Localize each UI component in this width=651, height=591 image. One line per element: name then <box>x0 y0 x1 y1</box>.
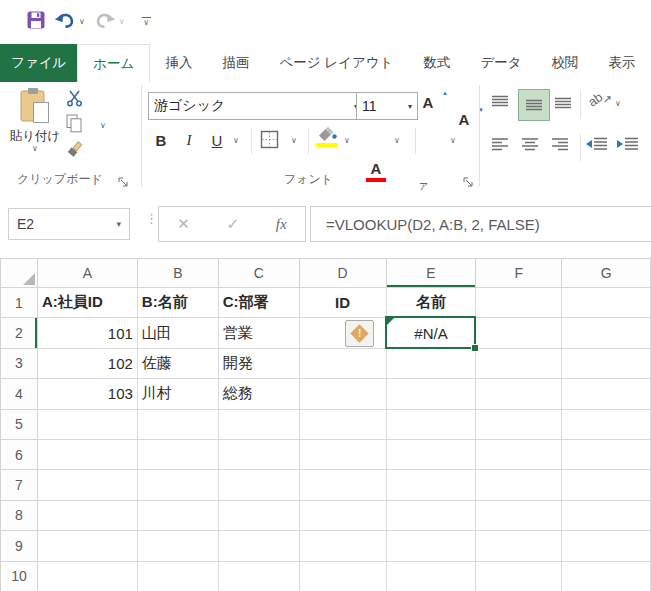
copy-dropdown-icon[interactable]: ∨ <box>100 122 106 130</box>
cell-E9[interactable] <box>386 531 476 561</box>
align-center-icon[interactable] <box>521 137 539 151</box>
cell-F9[interactable] <box>476 531 562 561</box>
cell-G3[interactable] <box>562 348 651 378</box>
borders-dropdown-icon[interactable]: ∨ <box>291 137 297 145</box>
cell-E7[interactable] <box>386 470 476 500</box>
cell-A9[interactable] <box>37 531 137 561</box>
tab-insert[interactable]: 挿入 <box>150 44 207 82</box>
cell-C6[interactable] <box>218 439 299 469</box>
align-right-icon[interactable] <box>551 137 569 151</box>
cell-E4[interactable] <box>386 379 476 409</box>
decrease-font-size-button[interactable]: A▼ <box>452 111 476 128</box>
cell-A6[interactable] <box>37 439 137 469</box>
cell-D2[interactable]: ! <box>299 318 386 348</box>
tab-data[interactable]: データ <box>465 44 536 82</box>
cell-C10[interactable] <box>218 561 299 591</box>
cell-F1[interactable] <box>476 288 562 318</box>
cell-B10[interactable] <box>137 561 218 591</box>
align-left-icon[interactable] <box>491 137 509 151</box>
orientation-dropdown-icon[interactable]: ∨ <box>615 100 621 108</box>
cell-A1[interactable]: A:社員ID <box>37 288 137 318</box>
column-header-B[interactable]: B <box>137 259 218 288</box>
cell-F10[interactable] <box>476 561 562 591</box>
cell-F5[interactable] <box>476 409 562 439</box>
tab-file[interactable]: ファイル <box>0 44 77 82</box>
row-header-3[interactable]: 3 <box>1 348 38 378</box>
cell-F7[interactable] <box>476 470 562 500</box>
italic-button[interactable]: I <box>180 128 198 152</box>
row-header-9[interactable]: 9 <box>1 531 38 561</box>
increase-indent-icon[interactable] <box>617 137 639 151</box>
cell-A2[interactable]: 101 <box>37 318 137 348</box>
row-header-1[interactable]: 1 <box>1 288 38 318</box>
cell-F2[interactable] <box>476 318 562 348</box>
cell-A4[interactable]: 103 <box>37 379 137 409</box>
cell-G2[interactable] <box>562 318 651 348</box>
cell-B9[interactable] <box>137 531 218 561</box>
cell-D9[interactable] <box>299 531 386 561</box>
font-color-button[interactable]: A <box>366 160 386 182</box>
middle-align-button-selected[interactable] <box>518 89 550 121</box>
column-header-A[interactable]: A <box>37 259 137 288</box>
cell-A10[interactable] <box>37 561 137 591</box>
cell-G10[interactable] <box>562 561 651 591</box>
formula-input[interactable]: =VLOOKUP(D2, A:B, 2, FALSE) <box>310 206 651 242</box>
column-header-F[interactable]: F <box>476 259 562 288</box>
cell-E10[interactable] <box>386 561 476 591</box>
cell-B2[interactable]: 山田 <box>137 318 218 348</box>
cell-B8[interactable] <box>137 500 218 530</box>
cell-B7[interactable] <box>137 470 218 500</box>
cell-C2[interactable]: 営業 <box>218 318 299 348</box>
tab-formulas[interactable]: 数式 <box>408 44 465 82</box>
select-all-button[interactable] <box>1 259 38 288</box>
cell-C7[interactable] <box>218 470 299 500</box>
increase-font-size-button[interactable]: A▲ <box>416 94 440 111</box>
cut-icon[interactable] <box>66 90 83 107</box>
cell-A3[interactable]: 102 <box>37 348 137 378</box>
bold-button[interactable]: B <box>150 128 172 152</box>
column-header-C[interactable]: C <box>218 259 299 288</box>
cell-D1[interactable]: ID <box>299 288 386 318</box>
cell-C1[interactable]: C:部署 <box>218 288 299 318</box>
tab-review[interactable]: 校閲 <box>537 44 594 82</box>
error-options-button[interactable]: ! <box>345 320 374 347</box>
font-size-combo[interactable]: 11 ▾ <box>356 92 418 120</box>
row-header-10[interactable]: 10 <box>1 561 38 591</box>
paste-button[interactable]: 貼り付け ∨ <box>6 87 64 169</box>
cell-F6[interactable] <box>476 439 562 469</box>
cell-D3[interactable] <box>299 348 386 378</box>
cell-G9[interactable] <box>562 531 651 561</box>
tab-draw[interactable]: 描画 <box>207 44 264 82</box>
clipboard-dialog-launcher-icon[interactable] <box>118 173 128 191</box>
tab-view[interactable]: 表示 <box>594 44 651 82</box>
row-header-4[interactable]: 4 <box>1 379 38 409</box>
font-dialog-launcher-icon[interactable] <box>463 173 473 191</box>
row-header-6[interactable]: 6 <box>1 439 38 469</box>
cell-D7[interactable] <box>299 470 386 500</box>
cell-E3[interactable] <box>386 348 476 378</box>
cell-C5[interactable] <box>218 409 299 439</box>
row-header-5[interactable]: 5 <box>1 409 38 439</box>
decrease-indent-icon[interactable] <box>586 137 608 151</box>
cell-F3[interactable] <box>476 348 562 378</box>
cell-G1[interactable] <box>562 288 651 318</box>
cell-A7[interactable] <box>37 470 137 500</box>
cell-A8[interactable] <box>37 500 137 530</box>
orientation-button[interactable]: ab↗ <box>588 92 612 107</box>
cell-B6[interactable] <box>137 439 218 469</box>
undo-dropdown-icon[interactable]: ∨ <box>79 18 85 26</box>
tab-page-layout[interactable]: ページ レイアウト <box>264 44 408 82</box>
underline-button[interactable]: U <box>206 128 228 152</box>
bottom-align-icon[interactable] <box>554 95 572 110</box>
borders-button[interactable] <box>260 130 279 149</box>
cell-D10[interactable] <box>299 561 386 591</box>
name-box[interactable]: E2 ▾ <box>8 208 130 240</box>
cell-G4[interactable] <box>562 379 651 409</box>
underline-dropdown-icon[interactable]: ∨ <box>233 137 239 145</box>
row-header-8[interactable]: 8 <box>1 500 38 530</box>
cell-C8[interactable] <box>218 500 299 530</box>
cell-D5[interactable] <box>299 409 386 439</box>
row-header-2-selected[interactable]: 2 <box>1 318 38 348</box>
cell-E8[interactable] <box>386 500 476 530</box>
cell-D4[interactable] <box>299 379 386 409</box>
